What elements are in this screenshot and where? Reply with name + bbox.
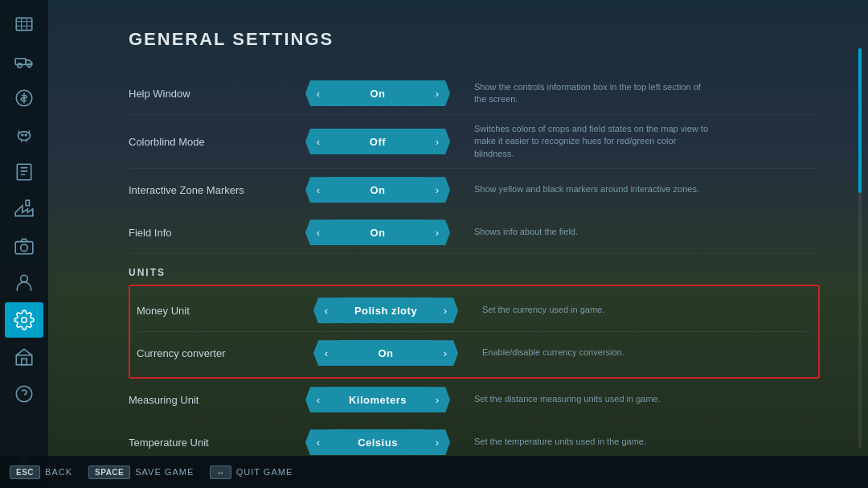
setting-label-money-unit: Money Unit: [137, 305, 313, 317]
setting-value-measuring-unit: Kilometers: [331, 387, 424, 412]
svg-rect-10: [15, 242, 33, 254]
page-title: GENERAL SETTINGS: [129, 29, 820, 50]
sidebar-item-production[interactable]: [5, 191, 43, 227]
svg-point-5: [18, 132, 30, 141]
units-highlighted-box: Money Unit ‹ Polish zloty › Set the curr…: [129, 285, 820, 379]
svg-rect-8: [17, 164, 31, 180]
sidebar-item-animals[interactable]: [5, 117, 43, 153]
setting-desc-measuring-unit: Set the distance measuring units used in…: [474, 393, 661, 405]
prev-temperature-unit-button[interactable]: ‹: [305, 429, 331, 455]
setting-control-currency-converter: ‹ On ›: [313, 340, 458, 366]
prev-currency-converter-button[interactable]: ‹: [313, 340, 339, 366]
setting-value-field-info: On: [331, 219, 424, 245]
scrollbar-thumb: [858, 48, 862, 193]
setting-row-zone-markers: Interactive Zone Markers ‹ On › Show yel…: [129, 169, 820, 211]
setting-desc-colorblind: Switches colors of crops and field state…: [474, 123, 715, 160]
setting-row-temperature-unit: Temperature Unit ‹ Celsius › Set the tem…: [129, 421, 820, 456]
svg-point-3: [27, 64, 31, 67]
setting-label-zone-markers: Interactive Zone Markers: [129, 184, 305, 196]
setting-control-money-unit: ‹ Polish zloty ›: [313, 297, 458, 323]
setting-label-temperature-unit: Temperature Unit: [129, 437, 305, 449]
svg-point-16: [16, 386, 32, 402]
prev-colorblind-button[interactable]: ‹: [305, 129, 331, 154]
setting-control-field-info: ‹ On ›: [305, 219, 450, 245]
next-temperature-unit-button[interactable]: ›: [424, 429, 450, 455]
sidebar-item-vehicles[interactable]: [5, 43, 43, 79]
main-content: GENERAL SETTINGS Help Window ‹ On › Show…: [48, 0, 868, 456]
setting-row-measuring-unit: Measuring Unit ‹ Kilometers › Set the di…: [129, 379, 820, 421]
prev-zone-markers-button[interactable]: ‹: [305, 177, 331, 203]
setting-label-measuring-unit: Measuring Unit: [129, 394, 305, 406]
setting-desc-field-info: Shows info about the field.: [474, 226, 578, 238]
next-measuring-unit-button[interactable]: ›: [424, 387, 450, 412]
prev-money-unit-button[interactable]: ‹: [313, 297, 339, 323]
setting-control-measuring-unit: ‹ Kilometers ›: [305, 387, 450, 412]
sidebar-item-settings[interactable]: [5, 302, 43, 338]
svg-rect-0: [16, 18, 32, 30]
key-badge-space: SPACE: [88, 465, 130, 479]
next-colorblind-button[interactable]: ›: [424, 129, 450, 154]
svg-point-12: [21, 275, 28, 282]
key-label-save: SAVE GAME: [135, 467, 194, 477]
prev-measuring-unit-button[interactable]: ‹: [305, 387, 331, 412]
next-help-window-button[interactable]: ›: [424, 80, 450, 106]
svg-rect-9: [26, 200, 29, 206]
setting-label-help-window: Help Window: [129, 88, 305, 100]
setting-row-money-unit: Money Unit ‹ Polish zloty › Set the curr…: [137, 289, 812, 332]
svg-point-11: [21, 244, 28, 252]
prev-field-info-button[interactable]: ‹: [305, 219, 331, 245]
setting-value-temperature-unit: Celsius: [331, 429, 424, 455]
setting-row-colorblind: Colorblind Mode ‹ Off › Switches colors …: [129, 115, 820, 169]
setting-row-help-window: Help Window ‹ On › Show the controls inf…: [129, 72, 820, 115]
key-label-quit: QUIT GAME: [236, 467, 293, 477]
setting-value-currency-converter: On: [339, 340, 432, 366]
setting-control-temperature-unit: ‹ Celsius ›: [305, 429, 450, 455]
svg-point-7: [25, 134, 27, 136]
scrollbar-track[interactable]: [858, 48, 862, 448]
next-field-info-button[interactable]: ›: [424, 219, 450, 245]
bottom-key-save: SPACE SAVE GAME: [88, 465, 194, 479]
setting-value-help-window: On: [331, 80, 424, 106]
prev-help-window-button[interactable]: ‹: [305, 80, 331, 106]
setting-value-zone-markers: On: [331, 177, 424, 203]
svg-point-6: [22, 134, 23, 136]
key-label-back: BACK: [45, 467, 72, 477]
setting-control-colorblind: ‹ Off ›: [305, 129, 450, 154]
svg-point-13: [22, 318, 27, 323]
setting-label-field-info: Field Info: [129, 227, 305, 239]
setting-row-field-info: Field Info ‹ On › Shows info about the f…: [129, 211, 820, 254]
setting-desc-temperature-unit: Set the temperature units used in the ga…: [474, 436, 646, 448]
sidebar-item-map[interactable]: [5, 6, 43, 42]
settings-list: Help Window ‹ On › Show the controls inf…: [129, 72, 820, 456]
sidebar: E: [0, 0, 48, 488]
next-currency-converter-button[interactable]: ›: [432, 340, 458, 366]
sidebar-item-workers[interactable]: [5, 265, 43, 301]
svg-rect-14: [16, 355, 32, 365]
bottom-bar: ESC BACK SPACE SAVE GAME ↔ QUIT GAME: [0, 456, 868, 488]
sidebar-item-farm[interactable]: [5, 339, 43, 375]
sidebar-item-help[interactable]: [5, 376, 43, 412]
setting-desc-help-window: Show the controls information box in the…: [474, 81, 715, 106]
setting-desc-currency-converter: Enable/disable currency conversion.: [482, 347, 624, 359]
section-header-units: UNITS: [129, 254, 820, 285]
setting-label-colorblind: Colorblind Mode: [129, 136, 305, 148]
setting-value-money-unit: Polish zloty: [339, 297, 432, 323]
svg-rect-15: [22, 359, 27, 365]
setting-value-colorblind: Off: [331, 129, 424, 154]
sidebar-item-camera[interactable]: [5, 228, 43, 264]
key-badge-esc: ESC: [10, 465, 40, 479]
setting-desc-money-unit: Set the currency used in game.: [482, 304, 604, 316]
bottom-key-quit: ↔ QUIT GAME: [210, 465, 293, 479]
setting-desc-zone-markers: Show yellow and black markers around int…: [474, 183, 699, 195]
setting-control-zone-markers: ‹ On ›: [305, 177, 450, 203]
setting-row-currency-converter: Currency converter ‹ On › Enable/disable…: [137, 332, 812, 374]
bottom-key-back: ESC BACK: [10, 465, 72, 479]
setting-control-help-window: ‹ On ›: [305, 80, 450, 106]
key-badge-switch: ↔: [210, 465, 231, 479]
next-money-unit-button[interactable]: ›: [432, 297, 458, 323]
sidebar-item-contracts[interactable]: [5, 154, 43, 190]
sidebar-item-finances[interactable]: [5, 80, 43, 116]
setting-label-currency-converter: Currency converter: [137, 347, 313, 359]
next-zone-markers-button[interactable]: ›: [424, 177, 450, 203]
